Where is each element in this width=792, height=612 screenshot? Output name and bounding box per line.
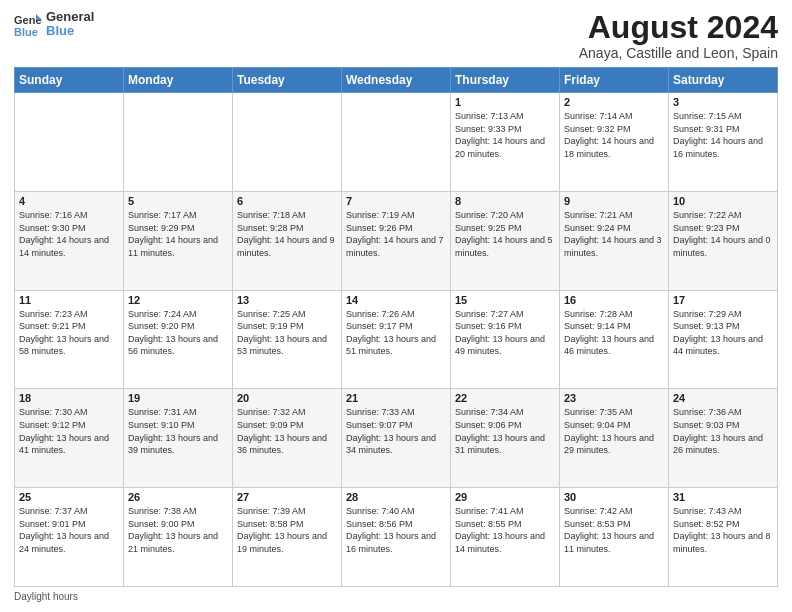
day-cell: 1Sunrise: 7:13 AM Sunset: 9:33 PM Daylig… xyxy=(451,93,560,192)
day-info: Sunrise: 7:34 AM Sunset: 9:06 PM Dayligh… xyxy=(455,406,555,456)
day-number: 1 xyxy=(455,96,555,108)
day-info: Sunrise: 7:25 AM Sunset: 9:19 PM Dayligh… xyxy=(237,308,337,358)
day-info: Sunrise: 7:40 AM Sunset: 8:56 PM Dayligh… xyxy=(346,505,446,555)
day-info: Sunrise: 7:21 AM Sunset: 9:24 PM Dayligh… xyxy=(564,209,664,259)
day-number: 13 xyxy=(237,294,337,306)
svg-text:Blue: Blue xyxy=(14,26,38,38)
day-number: 3 xyxy=(673,96,773,108)
day-cell: 18Sunrise: 7:30 AM Sunset: 9:12 PM Dayli… xyxy=(15,389,124,488)
day-cell xyxy=(342,93,451,192)
day-cell: 14Sunrise: 7:26 AM Sunset: 9:17 PM Dayli… xyxy=(342,290,451,389)
logo-line2: Blue xyxy=(46,24,94,38)
day-info: Sunrise: 7:23 AM Sunset: 9:21 PM Dayligh… xyxy=(19,308,119,358)
day-info: Sunrise: 7:17 AM Sunset: 9:29 PM Dayligh… xyxy=(128,209,228,259)
day-cell: 9Sunrise: 7:21 AM Sunset: 9:24 PM Daylig… xyxy=(560,191,669,290)
day-info: Sunrise: 7:28 AM Sunset: 9:14 PM Dayligh… xyxy=(564,308,664,358)
day-info: Sunrise: 7:41 AM Sunset: 8:55 PM Dayligh… xyxy=(455,505,555,555)
day-info: Sunrise: 7:39 AM Sunset: 8:58 PM Dayligh… xyxy=(237,505,337,555)
day-number: 5 xyxy=(128,195,228,207)
day-cell: 3Sunrise: 7:15 AM Sunset: 9:31 PM Daylig… xyxy=(669,93,778,192)
day-info: Sunrise: 7:37 AM Sunset: 9:01 PM Dayligh… xyxy=(19,505,119,555)
col-monday: Monday xyxy=(124,68,233,93)
week-row-5: 25Sunrise: 7:37 AM Sunset: 9:01 PM Dayli… xyxy=(15,488,778,587)
day-number: 20 xyxy=(237,392,337,404)
day-info: Sunrise: 7:22 AM Sunset: 9:23 PM Dayligh… xyxy=(673,209,773,259)
col-saturday: Saturday xyxy=(669,68,778,93)
calendar-subtitle: Anaya, Castille and Leon, Spain xyxy=(579,45,778,61)
logo-icon: General Blue xyxy=(14,10,42,38)
day-cell: 19Sunrise: 7:31 AM Sunset: 9:10 PM Dayli… xyxy=(124,389,233,488)
day-info: Sunrise: 7:27 AM Sunset: 9:16 PM Dayligh… xyxy=(455,308,555,358)
day-cell: 2Sunrise: 7:14 AM Sunset: 9:32 PM Daylig… xyxy=(560,93,669,192)
day-number: 24 xyxy=(673,392,773,404)
day-number: 15 xyxy=(455,294,555,306)
day-cell: 15Sunrise: 7:27 AM Sunset: 9:16 PM Dayli… xyxy=(451,290,560,389)
calendar-title: August 2024 xyxy=(579,10,778,45)
day-number: 17 xyxy=(673,294,773,306)
day-cell: 21Sunrise: 7:33 AM Sunset: 9:07 PM Dayli… xyxy=(342,389,451,488)
day-info: Sunrise: 7:15 AM Sunset: 9:31 PM Dayligh… xyxy=(673,110,773,160)
day-number: 22 xyxy=(455,392,555,404)
day-cell xyxy=(15,93,124,192)
day-cell: 22Sunrise: 7:34 AM Sunset: 9:06 PM Dayli… xyxy=(451,389,560,488)
day-number: 2 xyxy=(564,96,664,108)
day-info: Sunrise: 7:26 AM Sunset: 9:17 PM Dayligh… xyxy=(346,308,446,358)
day-cell: 26Sunrise: 7:38 AM Sunset: 9:00 PM Dayli… xyxy=(124,488,233,587)
day-number: 18 xyxy=(19,392,119,404)
day-number: 28 xyxy=(346,491,446,503)
week-row-2: 4Sunrise: 7:16 AM Sunset: 9:30 PM Daylig… xyxy=(15,191,778,290)
week-row-3: 11Sunrise: 7:23 AM Sunset: 9:21 PM Dayli… xyxy=(15,290,778,389)
day-cell: 25Sunrise: 7:37 AM Sunset: 9:01 PM Dayli… xyxy=(15,488,124,587)
day-cell: 29Sunrise: 7:41 AM Sunset: 8:55 PM Dayli… xyxy=(451,488,560,587)
day-cell: 12Sunrise: 7:24 AM Sunset: 9:20 PM Dayli… xyxy=(124,290,233,389)
day-number: 25 xyxy=(19,491,119,503)
day-cell xyxy=(124,93,233,192)
day-cell: 4Sunrise: 7:16 AM Sunset: 9:30 PM Daylig… xyxy=(15,191,124,290)
calendar-table: Sunday Monday Tuesday Wednesday Thursday… xyxy=(14,67,778,587)
day-number: 10 xyxy=(673,195,773,207)
day-info: Sunrise: 7:33 AM Sunset: 9:07 PM Dayligh… xyxy=(346,406,446,456)
header-row: Sunday Monday Tuesday Wednesday Thursday… xyxy=(15,68,778,93)
day-cell: 8Sunrise: 7:20 AM Sunset: 9:25 PM Daylig… xyxy=(451,191,560,290)
day-cell: 17Sunrise: 7:29 AM Sunset: 9:13 PM Dayli… xyxy=(669,290,778,389)
day-cell: 10Sunrise: 7:22 AM Sunset: 9:23 PM Dayli… xyxy=(669,191,778,290)
logo: General Blue General Blue xyxy=(14,10,94,39)
day-number: 26 xyxy=(128,491,228,503)
day-cell xyxy=(233,93,342,192)
col-thursday: Thursday xyxy=(451,68,560,93)
day-number: 27 xyxy=(237,491,337,503)
day-cell: 23Sunrise: 7:35 AM Sunset: 9:04 PM Dayli… xyxy=(560,389,669,488)
day-number: 4 xyxy=(19,195,119,207)
day-info: Sunrise: 7:38 AM Sunset: 9:00 PM Dayligh… xyxy=(128,505,228,555)
day-cell: 20Sunrise: 7:32 AM Sunset: 9:09 PM Dayli… xyxy=(233,389,342,488)
day-info: Sunrise: 7:18 AM Sunset: 9:28 PM Dayligh… xyxy=(237,209,337,259)
col-sunday: Sunday xyxy=(15,68,124,93)
day-info: Sunrise: 7:36 AM Sunset: 9:03 PM Dayligh… xyxy=(673,406,773,456)
col-wednesday: Wednesday xyxy=(342,68,451,93)
col-tuesday: Tuesday xyxy=(233,68,342,93)
day-number: 12 xyxy=(128,294,228,306)
day-cell: 16Sunrise: 7:28 AM Sunset: 9:14 PM Dayli… xyxy=(560,290,669,389)
day-info: Sunrise: 7:31 AM Sunset: 9:10 PM Dayligh… xyxy=(128,406,228,456)
day-info: Sunrise: 7:24 AM Sunset: 9:20 PM Dayligh… xyxy=(128,308,228,358)
page: General Blue General Blue August 2024 An… xyxy=(0,0,792,612)
day-cell: 13Sunrise: 7:25 AM Sunset: 9:19 PM Dayli… xyxy=(233,290,342,389)
week-row-4: 18Sunrise: 7:30 AM Sunset: 9:12 PM Dayli… xyxy=(15,389,778,488)
day-cell: 24Sunrise: 7:36 AM Sunset: 9:03 PM Dayli… xyxy=(669,389,778,488)
day-number: 16 xyxy=(564,294,664,306)
day-info: Sunrise: 7:35 AM Sunset: 9:04 PM Dayligh… xyxy=(564,406,664,456)
day-number: 29 xyxy=(455,491,555,503)
day-cell: 6Sunrise: 7:18 AM Sunset: 9:28 PM Daylig… xyxy=(233,191,342,290)
day-info: Sunrise: 7:14 AM Sunset: 9:32 PM Dayligh… xyxy=(564,110,664,160)
day-cell: 30Sunrise: 7:42 AM Sunset: 8:53 PM Dayli… xyxy=(560,488,669,587)
day-info: Sunrise: 7:13 AM Sunset: 9:33 PM Dayligh… xyxy=(455,110,555,160)
day-info: Sunrise: 7:16 AM Sunset: 9:30 PM Dayligh… xyxy=(19,209,119,259)
day-info: Sunrise: 7:42 AM Sunset: 8:53 PM Dayligh… xyxy=(564,505,664,555)
day-number: 14 xyxy=(346,294,446,306)
day-number: 30 xyxy=(564,491,664,503)
day-cell: 27Sunrise: 7:39 AM Sunset: 8:58 PM Dayli… xyxy=(233,488,342,587)
col-friday: Friday xyxy=(560,68,669,93)
day-number: 19 xyxy=(128,392,228,404)
day-cell: 28Sunrise: 7:40 AM Sunset: 8:56 PM Dayli… xyxy=(342,488,451,587)
day-number: 21 xyxy=(346,392,446,404)
